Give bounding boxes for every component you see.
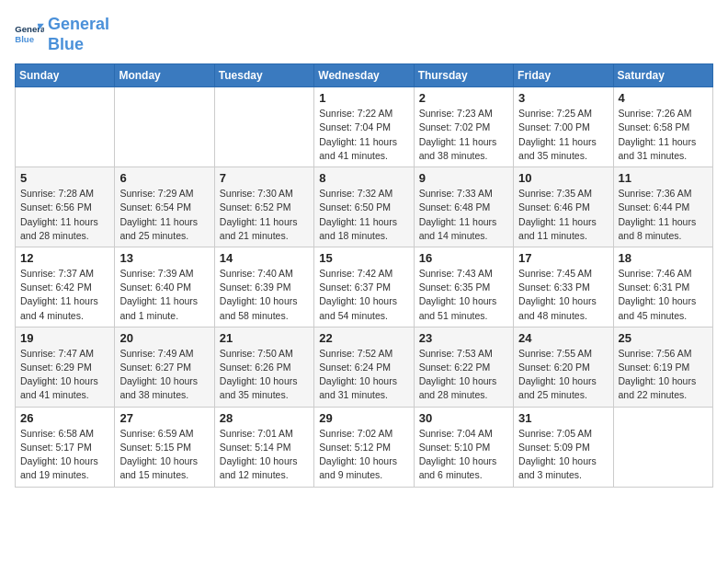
day-number: 22 — [319, 331, 408, 345]
day-number: 31 — [518, 411, 608, 425]
week-row-1: 1Sunrise: 7:22 AM Sunset: 7:04 PM Daylig… — [16, 87, 713, 167]
day-number: 17 — [518, 251, 608, 265]
day-info: Sunrise: 7:40 AM Sunset: 6:39 PM Dayligh… — [220, 267, 309, 323]
day-info: Sunrise: 7:29 AM Sunset: 6:54 PM Dayligh… — [119, 187, 209, 243]
day-info: Sunrise: 7:36 AM Sunset: 6:44 PM Dayligh… — [619, 187, 708, 243]
calendar-cell — [115, 87, 214, 167]
header-saturday: Saturday — [613, 64, 712, 87]
day-number: 20 — [119, 331, 209, 345]
svg-text:Blue: Blue — [15, 33, 34, 43]
header-friday: Friday — [514, 64, 613, 87]
calendar-cell: 11Sunrise: 7:36 AM Sunset: 6:44 PM Dayli… — [613, 167, 712, 247]
day-info: Sunrise: 7:04 AM Sunset: 5:10 PM Dayligh… — [419, 427, 508, 483]
day-info: Sunrise: 7:37 AM Sunset: 6:42 PM Dayligh… — [20, 267, 109, 323]
calendar-cell: 3Sunrise: 7:25 AM Sunset: 7:00 PM Daylig… — [514, 87, 613, 167]
calendar-cell: 17Sunrise: 7:45 AM Sunset: 6:33 PM Dayli… — [514, 247, 613, 327]
calendar-cell: 2Sunrise: 7:23 AM Sunset: 7:02 PM Daylig… — [414, 87, 513, 167]
calendar-cell: 1Sunrise: 7:22 AM Sunset: 7:04 PM Daylig… — [314, 87, 414, 167]
day-info: Sunrise: 7:46 AM Sunset: 6:31 PM Dayligh… — [619, 267, 708, 323]
day-number: 5 — [20, 171, 109, 185]
calendar-cell: 10Sunrise: 7:35 AM Sunset: 6:46 PM Dayli… — [514, 167, 613, 247]
day-info: Sunrise: 7:28 AM Sunset: 6:56 PM Dayligh… — [20, 187, 109, 243]
day-info: Sunrise: 7:45 AM Sunset: 6:33 PM Dayligh… — [518, 267, 608, 323]
day-number: 11 — [619, 171, 708, 185]
header-thursday: Thursday — [414, 64, 513, 87]
calendar-cell: 22Sunrise: 7:52 AM Sunset: 6:24 PM Dayli… — [314, 327, 414, 407]
calendar-cell: 24Sunrise: 7:55 AM Sunset: 6:20 PM Dayli… — [514, 327, 613, 407]
calendar-cell: 28Sunrise: 7:01 AM Sunset: 5:14 PM Dayli… — [214, 407, 313, 487]
calendar-cell: 31Sunrise: 7:05 AM Sunset: 5:09 PM Dayli… — [514, 407, 613, 487]
day-number: 25 — [619, 331, 708, 345]
day-number: 4 — [619, 91, 708, 105]
calendar-cell: 9Sunrise: 7:33 AM Sunset: 6:48 PM Daylig… — [414, 167, 513, 247]
day-number: 18 — [619, 251, 708, 265]
day-number: 13 — [119, 251, 209, 265]
day-info: Sunrise: 7:53 AM Sunset: 6:22 PM Dayligh… — [419, 347, 508, 403]
day-info: Sunrise: 7:32 AM Sunset: 6:50 PM Dayligh… — [319, 187, 408, 243]
header-wednesday: Wednesday — [314, 64, 414, 87]
logo-text: GeneralBlue — [48, 15, 109, 54]
page-header: General Blue GeneralBlue — [15, 15, 713, 54]
week-row-4: 19Sunrise: 7:47 AM Sunset: 6:29 PM Dayli… — [16, 327, 713, 407]
day-number: 29 — [319, 411, 408, 425]
calendar-cell: 29Sunrise: 7:02 AM Sunset: 5:12 PM Dayli… — [314, 407, 414, 487]
day-number: 2 — [419, 91, 508, 105]
day-number: 14 — [220, 251, 309, 265]
day-number: 8 — [319, 171, 408, 185]
calendar-cell: 25Sunrise: 7:56 AM Sunset: 6:19 PM Dayli… — [613, 327, 712, 407]
day-info: Sunrise: 7:26 AM Sunset: 6:58 PM Dayligh… — [619, 107, 708, 163]
day-number: 3 — [518, 91, 608, 105]
day-info: Sunrise: 7:55 AM Sunset: 6:20 PM Dayligh… — [518, 347, 608, 403]
header-monday: Monday — [115, 64, 214, 87]
week-row-5: 26Sunrise: 6:58 AM Sunset: 5:17 PM Dayli… — [16, 407, 713, 487]
logo-icon: General Blue — [15, 22, 44, 48]
week-row-2: 5Sunrise: 7:28 AM Sunset: 6:56 PM Daylig… — [16, 167, 713, 247]
day-info: Sunrise: 7:43 AM Sunset: 6:35 PM Dayligh… — [419, 267, 508, 323]
calendar-cell: 20Sunrise: 7:49 AM Sunset: 6:27 PM Dayli… — [115, 327, 214, 407]
calendar-cell: 7Sunrise: 7:30 AM Sunset: 6:52 PM Daylig… — [214, 167, 313, 247]
calendar: SundayMondayTuesdayWednesdayThursdayFrid… — [15, 63, 713, 487]
day-number: 7 — [220, 171, 309, 185]
calendar-cell: 26Sunrise: 6:58 AM Sunset: 5:17 PM Dayli… — [16, 407, 115, 487]
calendar-cell: 15Sunrise: 7:42 AM Sunset: 6:37 PM Dayli… — [314, 247, 414, 327]
day-info: Sunrise: 7:35 AM Sunset: 6:46 PM Dayligh… — [518, 187, 608, 243]
day-number: 15 — [319, 251, 408, 265]
day-info: Sunrise: 7:30 AM Sunset: 6:52 PM Dayligh… — [220, 187, 309, 243]
day-info: Sunrise: 7:23 AM Sunset: 7:02 PM Dayligh… — [419, 107, 508, 163]
day-number: 1 — [319, 91, 408, 105]
calendar-cell: 30Sunrise: 7:04 AM Sunset: 5:10 PM Dayli… — [414, 407, 513, 487]
day-info: Sunrise: 7:22 AM Sunset: 7:04 PM Dayligh… — [319, 107, 408, 163]
day-number: 27 — [119, 411, 209, 425]
day-info: Sunrise: 6:59 AM Sunset: 5:15 PM Dayligh… — [119, 427, 209, 483]
day-info: Sunrise: 7:52 AM Sunset: 6:24 PM Dayligh… — [319, 347, 408, 403]
day-number: 6 — [119, 171, 209, 185]
day-info: Sunrise: 7:01 AM Sunset: 5:14 PM Dayligh… — [220, 427, 309, 483]
day-number: 24 — [518, 331, 608, 345]
day-number: 10 — [518, 171, 608, 185]
calendar-cell: 12Sunrise: 7:37 AM Sunset: 6:42 PM Dayli… — [16, 247, 115, 327]
header-tuesday: Tuesday — [214, 64, 313, 87]
calendar-cell — [613, 407, 712, 487]
calendar-cell: 18Sunrise: 7:46 AM Sunset: 6:31 PM Dayli… — [613, 247, 712, 327]
day-number: 16 — [419, 251, 508, 265]
calendar-cell: 4Sunrise: 7:26 AM Sunset: 6:58 PM Daylig… — [613, 87, 712, 167]
calendar-cell: 6Sunrise: 7:29 AM Sunset: 6:54 PM Daylig… — [115, 167, 214, 247]
day-number: 21 — [220, 331, 309, 345]
day-number: 12 — [20, 251, 109, 265]
week-row-3: 12Sunrise: 7:37 AM Sunset: 6:42 PM Dayli… — [16, 247, 713, 327]
calendar-cell — [214, 87, 313, 167]
calendar-cell: 8Sunrise: 7:32 AM Sunset: 6:50 PM Daylig… — [314, 167, 414, 247]
day-info: Sunrise: 7:49 AM Sunset: 6:27 PM Dayligh… — [119, 347, 209, 403]
calendar-header-row: SundayMondayTuesdayWednesdayThursdayFrid… — [16, 64, 713, 87]
day-number: 28 — [220, 411, 309, 425]
calendar-cell: 13Sunrise: 7:39 AM Sunset: 6:40 PM Dayli… — [115, 247, 214, 327]
header-sunday: Sunday — [16, 64, 115, 87]
calendar-cell: 16Sunrise: 7:43 AM Sunset: 6:35 PM Dayli… — [414, 247, 513, 327]
day-info: Sunrise: 7:50 AM Sunset: 6:26 PM Dayligh… — [220, 347, 309, 403]
calendar-cell: 27Sunrise: 6:59 AM Sunset: 5:15 PM Dayli… — [115, 407, 214, 487]
day-info: Sunrise: 7:05 AM Sunset: 5:09 PM Dayligh… — [518, 427, 608, 483]
logo: General Blue GeneralBlue — [15, 15, 109, 54]
day-number: 30 — [419, 411, 508, 425]
calendar-cell: 14Sunrise: 7:40 AM Sunset: 6:39 PM Dayli… — [214, 247, 313, 327]
calendar-cell: 21Sunrise: 7:50 AM Sunset: 6:26 PM Dayli… — [214, 327, 313, 407]
